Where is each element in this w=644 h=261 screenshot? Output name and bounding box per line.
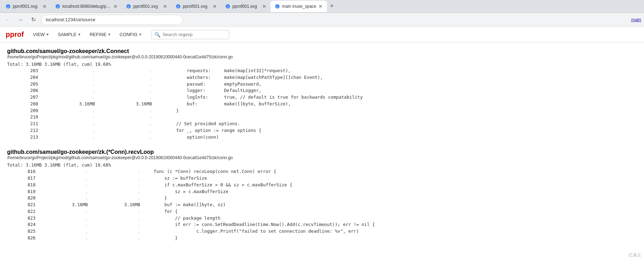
line-number: 826 <box>7 235 37 242</box>
section-path-section2: /home/bruce/goProject/pkg/mod/github.com… <box>7 155 637 160</box>
line-number: 817 <box>7 175 37 182</box>
table-row: 820 . . } <box>7 195 637 202</box>
cum-value: . <box>96 74 153 81</box>
new-tab-button[interactable]: + <box>327 1 337 11</box>
main-link[interactable]: main <box>631 17 641 22</box>
cum-value: . <box>89 215 142 222</box>
table-row: 824 . . if err := conn.SetReadDeadline(t… <box>7 221 637 228</box>
menu-refine[interactable]: REFINE▼ <box>86 30 115 39</box>
code-line: func (c *Conn) recvLoop(conn net.Conn) e… <box>142 168 637 175</box>
code-line: c.logger.Printf("failed to set connectio… <box>142 228 637 235</box>
cum-value: 3.16MB <box>89 202 142 208</box>
browser-tab-1[interactable]: p pprof001.svg ✕ <box>1 1 51 12</box>
line-number: 212 <box>7 127 40 134</box>
cum-value: . <box>96 81 153 88</box>
table-row: 212 . . for _, option := range options { <box>7 127 637 134</box>
tab-close-3[interactable]: ✕ <box>163 4 167 9</box>
browser-tab-4[interactable]: p pprof001.svg ✕ <box>171 1 221 12</box>
section-header-section2: github.com/samuel/go-zookeeper/zk.(*Conn… <box>7 149 637 160</box>
line-number: 822 <box>7 208 37 215</box>
tab-close-5[interactable]: ✕ <box>262 4 266 9</box>
search-box[interactable]: 🔍 <box>151 30 229 39</box>
code-table-section2: 816 . . func (c *Conn) recvLoop(conn net… <box>7 168 637 241</box>
code-line: for { <box>142 208 637 215</box>
flat-value: 3.16MB <box>40 101 97 108</box>
menu-arrow-view: ▼ <box>46 33 49 36</box>
line-number: 209 <box>7 108 40 114</box>
flat-value: . <box>37 221 89 228</box>
table-row: 208 3.16MB 3.16MB buf: make([]byte, buff… <box>7 101 637 108</box>
cum-value: . <box>89 188 142 195</box>
code-line: option(conn) <box>153 134 637 141</box>
flat-value: . <box>40 108 97 114</box>
address-bar: ← → ↻ localhost:1234/ui/source main <box>0 13 644 27</box>
tab-close-2[interactable]: ✕ <box>113 4 118 9</box>
browser-tabs: p pprof001.svg ✕ p localhost:8080/debug/… <box>0 0 644 13</box>
flat-value: . <box>40 81 97 88</box>
cum-value: . <box>96 121 153 127</box>
code-line: sz = c.maxBufferSize <box>142 188 637 195</box>
section-header-section1: github.com/samuel/go-zookeeper/zk.Connec… <box>7 48 637 59</box>
flat-value: . <box>37 195 89 202</box>
flat-value: . <box>37 228 89 235</box>
line-number: 210 <box>7 114 40 121</box>
reload-button[interactable]: ↻ <box>28 15 38 25</box>
code-line: watchers: make(map[watchPathType][]chan … <box>153 74 637 81</box>
table-row: 818 . . if c.maxBufferSize > 0 && sz > c… <box>7 182 637 188</box>
tab-title: pprof001.svg <box>13 4 40 9</box>
tab-favicon: p <box>176 4 181 9</box>
code-line: // Set provided options. <box>153 121 637 127</box>
browser-tab-6[interactable]: p main inuse_space ✕ <box>271 1 327 12</box>
table-row: 826 . . } <box>7 235 637 242</box>
tab-close-6[interactable]: ✕ <box>318 4 323 9</box>
menu-arrow-refine: ▼ <box>108 33 111 36</box>
tab-title: pprof001.svg <box>183 4 210 9</box>
browser-tab-5[interactable]: p pprof001.svg ✕ <box>221 1 271 12</box>
code-line: } <box>153 108 637 114</box>
flat-value: . <box>37 182 89 188</box>
line-number: 819 <box>7 188 37 195</box>
line-number: 213 <box>7 134 40 141</box>
flat-value: . <box>40 134 97 141</box>
tab-title: main inuse_space <box>282 4 316 9</box>
flat-value: . <box>37 175 89 182</box>
tab-favicon: p <box>126 4 131 9</box>
svg-text:p: p <box>277 5 278 8</box>
tab-title: pprof001.svg <box>232 4 260 9</box>
svg-text:p: p <box>57 5 58 8</box>
forward-button[interactable]: → <box>16 15 26 25</box>
browser-tab-3[interactable]: p pprof001.svg ✕ <box>122 1 171 12</box>
menu-view[interactable]: VIEW▼ <box>29 30 53 39</box>
back-button[interactable]: ← <box>3 15 13 25</box>
flat-value: . <box>40 94 97 101</box>
table-row: 819 . . sz = c.maxBufferSize <box>7 188 637 195</box>
tab-close-4[interactable]: ✕ <box>213 4 217 9</box>
tab-favicon: p <box>6 4 11 9</box>
line-number: 818 <box>7 182 37 188</box>
code-line: buf := make([]byte, sz) <box>142 202 637 208</box>
cum-value: . <box>96 108 153 114</box>
line-number: 824 <box>7 221 37 228</box>
browser-tab-2[interactable]: p localhost:8080/debug/ppr... ✕ <box>51 1 122 12</box>
line-number: 203 <box>7 68 40 74</box>
table-row: 211 . . // Set provided options. <box>7 121 637 127</box>
code-line: sz := bufferSize <box>142 175 637 182</box>
menu-arrow-config: ▼ <box>139 33 142 36</box>
tab-favicon: p <box>275 4 280 9</box>
menu-sample[interactable]: SAMPLE▼ <box>54 30 85 39</box>
tab-close-1[interactable]: ✕ <box>43 4 47 9</box>
content-area: github.com/samuel/go-zookeeper/zk.Connec… <box>0 42 644 247</box>
line-number: 820 <box>7 195 37 202</box>
search-input[interactable] <box>163 32 226 37</box>
url-bar[interactable]: localhost:1234/ui/source <box>41 15 183 25</box>
search-icon: 🔍 <box>154 32 160 37</box>
table-row: 821 3.16MB 3.16MB buf := make([]byte, sz… <box>7 202 637 208</box>
table-row: 823 . . // package length <box>7 215 637 222</box>
code-line: } <box>142 195 637 202</box>
flat-value: . <box>37 168 89 175</box>
svg-text:p: p <box>7 5 9 8</box>
menu-config[interactable]: CONFIG▼ <box>116 30 145 39</box>
cum-value: . <box>89 221 142 228</box>
tab-title: localhost:8080/debug/ppr... <box>62 4 111 9</box>
line-number: 821 <box>7 202 37 208</box>
